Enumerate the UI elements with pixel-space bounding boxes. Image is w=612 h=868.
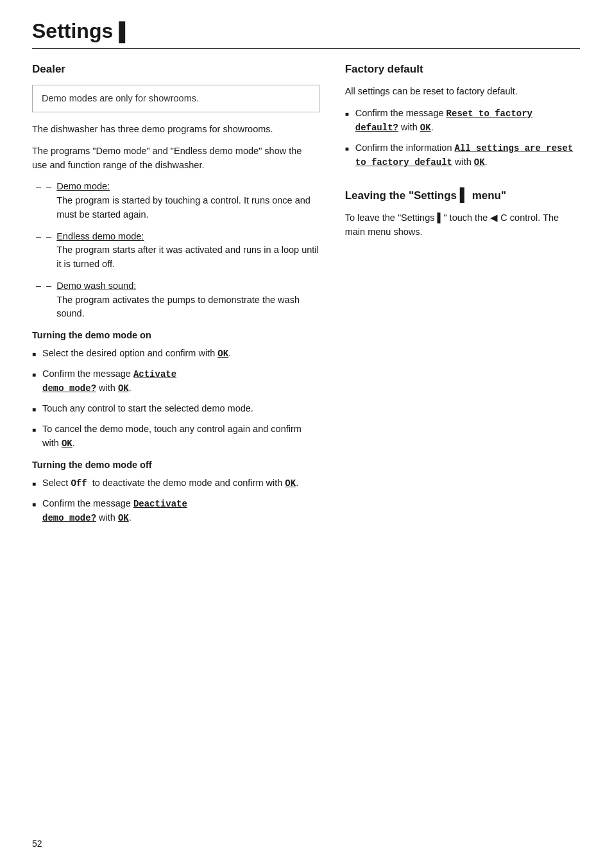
page-number: 52 [32, 838, 42, 849]
demo-wash-term: Demo wash sound: [56, 279, 319, 293]
list-item: Confirm the message Reset to factory def… [345, 107, 580, 135]
demo-modes-list: – Demo mode: The program is started by t… [32, 180, 319, 321]
turning-on-list: Select the desired option and confirm wi… [32, 347, 319, 451]
title-divider [32, 48, 580, 49]
turning-on-heading: Turning the demo mode on [32, 330, 319, 340]
list-item: Confirm the message Activatedemo mode? w… [32, 367, 319, 395]
list-item: To cancel the demo mode, touch any contr… [32, 422, 319, 451]
list-item: – Demo mode: The program is started by t… [36, 180, 319, 221]
right-column: Factory default All settings can be rese… [345, 63, 580, 534]
list-item: Touch any control to start the selected … [32, 402, 319, 416]
settings-icon: ▌ [119, 22, 132, 42]
endless-demo-body: The program starts after it was activate… [56, 243, 319, 272]
list-item: – Endless demo mode: The program starts … [36, 230, 319, 272]
main-content: Dealer Demo modes are only for showrooms… [32, 63, 580, 534]
demo-wash-body: The program activates the pumps to demon… [56, 293, 319, 322]
factory-bullets: Confirm the message Reset to factory def… [345, 107, 580, 169]
left-column: Dealer Demo modes are only for showrooms… [32, 63, 319, 534]
leaving-text: To leave the "Settings ▌" touch the ◀ C … [345, 211, 580, 239]
factory-intro: All settings can be reset to factory def… [345, 85, 580, 99]
page-title: Settings ▌ [32, 19, 580, 43]
list-item: Select the desired option and confirm wi… [32, 347, 319, 361]
title-text: Settings [32, 19, 113, 42]
leaving-heading: Leaving the "Settings ▌ menu" [345, 187, 580, 202]
turning-off-list: Select Off to deactivate the demo mode a… [32, 476, 319, 525]
dealer-heading: Dealer [32, 63, 319, 76]
intro-text-2: The programs "Demo mode" and "Endless de… [32, 144, 319, 173]
intro-text-1: The dishwasher has three demo programs f… [32, 123, 319, 137]
list-item: – Demo wash sound: The program activates… [36, 279, 319, 321]
list-item: Confirm the message Deactivatedemo mode?… [32, 497, 319, 525]
list-item: Select Off to deactivate the demo mode a… [32, 476, 319, 490]
demo-mode-body: The program is started by touching a con… [56, 194, 319, 222]
note-box: Demo modes are only for showrooms. [32, 85, 319, 112]
factory-default-heading: Factory default [345, 63, 580, 76]
list-item: Confirm the information All settings are… [345, 141, 580, 169]
endless-demo-term: Endless demo mode: [56, 230, 319, 244]
demo-mode-term: Demo mode: [56, 180, 319, 194]
turning-off-heading: Turning the demo mode off [32, 460, 319, 470]
